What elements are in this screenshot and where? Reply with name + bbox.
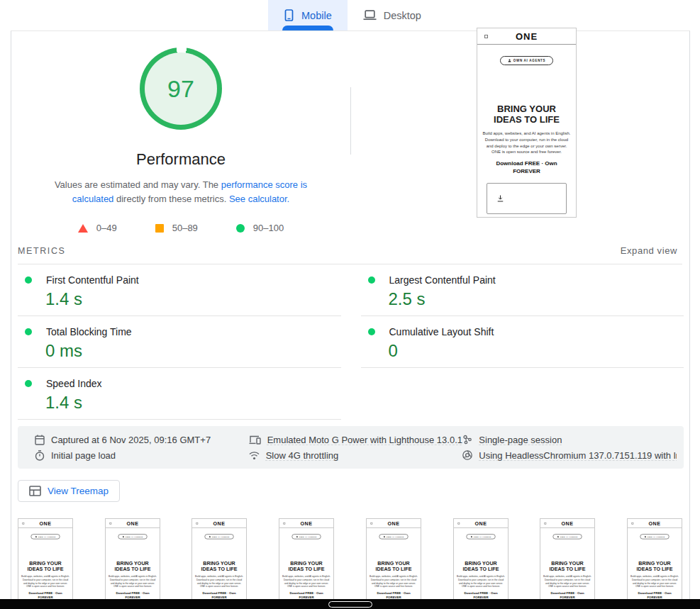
mini-logo: ONE	[213, 520, 226, 526]
filmstrip-thumb[interactable]: ONE OWN AI AGENTS BRING YOUR IDEAS TO LI…	[18, 518, 73, 609]
mini-heading: BRING YOUR IDEAS TO LIFE	[370, 560, 417, 571]
mini-menu-icon	[370, 523, 372, 525]
score-disclaimer: Values are estimated and may vary. The p…	[45, 178, 316, 206]
run-meta-box: Captured at 6 Nov 2025, 09:16 GMT+7 Emul…	[18, 426, 684, 469]
disclaimer-text: Values are estimated and may vary. The	[55, 179, 221, 190]
filmstrip-thumb[interactable]: ONE OWN AI AGENTS BRING YOUR IDEAS TO LI…	[540, 518, 595, 609]
metric-label: Cumulative Layout Shift	[389, 326, 494, 337]
mini-heading: BRING YOUR IDEAS TO LIFE	[283, 560, 330, 571]
mini-heading: BRING YOUR IDEAS TO LIFE	[544, 560, 591, 571]
person-icon	[35, 536, 37, 538]
mini-body-text: Build apps, websites, and AI agents in E…	[108, 575, 157, 588]
meta-browser-text[interactable]: Using HeadlessChromium 137.0.7151.119 wi…	[479, 450, 677, 461]
meta-throttling-text[interactable]: Slow 4G throttling	[266, 450, 339, 461]
performance-card: 97 Performance Values are estimated and …	[11, 30, 690, 609]
mini-heading: BRING YOUR IDEAS TO LIFE	[484, 104, 570, 125]
meta-throttling: Slow 4G throttling	[249, 450, 463, 461]
person-icon	[557, 536, 560, 538]
legend-fail: 0–49	[78, 223, 117, 233]
legend-average-range: 50–89	[172, 223, 198, 233]
tab-mobile-label: Mobile	[301, 10, 332, 21]
expand-view-button[interactable]: Expand view	[621, 245, 677, 256]
mini-pill-button: OWN AI AGENTS	[30, 534, 60, 539]
metrics-section-title: METRICS	[18, 246, 65, 256]
mini-logo: ONE	[562, 520, 574, 526]
mini-pill-button: OWN AI AGENTS	[118, 534, 147, 539]
pass-circle-icon	[236, 224, 245, 233]
mini-heading: BRING YOUR IDEAS TO LIFE	[22, 560, 70, 571]
filmstrip-thumb[interactable]: ONE OWN AI AGENTS BRING YOUR IDEAS TO LI…	[105, 518, 160, 609]
mini-page-header: ONE	[279, 519, 333, 528]
mini-body-text: Build apps, websites, and AI agents in E…	[369, 575, 418, 588]
mini-heading: BRING YOUR IDEAS TO LIFE	[457, 560, 504, 571]
metric-label: First Contentful Paint	[46, 274, 139, 286]
mini-page: ONE OWN AI AGENTS BRING YOUR IDEAS TO LI…	[540, 519, 594, 609]
meta-load-type: Initial page load	[35, 450, 249, 461]
mini-page-header: ONE	[367, 519, 421, 528]
mini-heading: BRING YOUR IDEAS TO LIFE	[631, 560, 679, 571]
legend-average: 50–89	[155, 223, 198, 233]
filmstrip-thumb[interactable]: ONE OWN AI AGENTS BRING YOUR IDEAS TO LI…	[279, 518, 334, 609]
mini-menu-icon	[109, 523, 111, 525]
performance-score: 97	[167, 75, 194, 103]
mini-pill-button: OWN AI AGENTS	[205, 534, 234, 539]
filmstrip-thumb[interactable]: ONE OWN AI AGENTS BRING YOUR IDEAS TO LI…	[366, 518, 421, 609]
mini-pill-label: OWN AI AGENTS	[560, 536, 578, 538]
network-icon	[249, 451, 260, 460]
mini-logo: ONE	[516, 31, 538, 42]
filmstrip-thumb[interactable]: ONE OWN AI AGENTS BRING YOUR IDEAS TO LI…	[191, 518, 247, 609]
device-tabbar: Mobile Desktop	[0, 0, 700, 30]
mini-pill-button: OWN AI AGENTS	[291, 534, 321, 539]
mini-page: ONE OWN AI AGENTS BRING YOUR IDEAS TO LI…	[192, 519, 246, 609]
meta-session-type-text[interactable]: Single-page session	[479, 435, 562, 445]
tab-desktop[interactable]: Desktop	[348, 0, 437, 30]
mini-pill-button: OWN AI AGENTS	[553, 534, 582, 539]
mini-page-header: ONE	[18, 519, 72, 528]
scroll-handle[interactable]	[328, 601, 372, 608]
mini-cta-text: Download FREE · Own FOREVER	[112, 591, 152, 599]
see-calculator-link[interactable]: See calculator.	[229, 194, 289, 204]
tab-mobile[interactable]: Mobile	[268, 0, 348, 30]
legend-pass: 90–100	[236, 223, 284, 233]
metric-label: Total Blocking Time	[46, 326, 132, 337]
mini-page: ONE OWN AI AGENTS BRING YOUR IDEAS TO LI…	[367, 519, 421, 609]
mini-body-text: Build apps, websites, and AI agents in E…	[456, 575, 505, 588]
metric-cumulative-layout-shift: Cumulative Layout Shift 0	[361, 316, 684, 368]
filmstrip: ONE OWN AI AGENTS BRING YOUR IDEAS TO LI…	[18, 518, 682, 609]
mini-cta-text: Download FREE · Own FOREVER	[634, 591, 674, 599]
metric-value: 0 ms	[45, 341, 341, 361]
session-icon	[462, 435, 472, 445]
mini-body-text: Build apps, websites, and AI agents in E…	[630, 575, 679, 588]
disclaimer-text-2: directly from these metrics.	[113, 194, 229, 204]
mini-menu-icon	[545, 523, 547, 525]
filmstrip-thumb[interactable]: ONE OWN AI AGENTS BRING YOUR IDEAS TO LI…	[627, 518, 682, 609]
performance-gauge[interactable]: 97	[140, 48, 222, 130]
final-screenshot: ONE OWN AI AGENTS BRING YOUR IDEAS TO LI…	[477, 28, 577, 218]
mini-menu-icon	[196, 523, 199, 525]
person-icon	[508, 59, 511, 62]
chrome-icon	[462, 450, 472, 460]
mini-pill-button: OWN AI AGENTS	[500, 56, 554, 65]
performance-title: Performance	[136, 150, 226, 169]
phone-icon	[284, 9, 294, 21]
metric-label: Speed Index	[46, 378, 102, 389]
view-treemap-button[interactable]: View Treemap	[18, 480, 120, 502]
filmstrip-thumb[interactable]: ONE OWN AI AGENTS BRING YOUR IDEAS TO LI…	[453, 518, 509, 609]
meta-emulated-device: Emulated Moto G Power with Lighthouse 13…	[249, 435, 463, 445]
metric-label: Largest Contentful Paint	[389, 274, 496, 286]
metric-value: 1.4 s	[45, 289, 341, 309]
meta-emulated-device-text[interactable]: Emulated Moto G Power with Lighthouse 13…	[267, 435, 462, 445]
mini-pill-button: OWN AI AGENTS	[379, 534, 408, 539]
metric-empty-cell	[361, 368, 684, 420]
mini-menu-icon	[631, 523, 633, 525]
active-tab-indicator	[282, 26, 333, 30]
mini-pill-label: OWN AI AGENTS	[125, 536, 143, 538]
mini-heading: BRING YOUR IDEAS TO LIFE	[109, 560, 156, 571]
person-icon	[209, 536, 211, 538]
mini-pill-label: OWN AI AGENTS	[38, 536, 56, 538]
metric-largest-contentful-paint: Largest Contentful Paint 2.5 s	[361, 264, 684, 316]
metric-value: 0	[389, 341, 684, 361]
mini-page-header: ONE	[477, 28, 576, 45]
meta-captured-at-text: Captured at 6 Nov 2025, 09:16 GMT+7	[51, 435, 211, 445]
mini-cta-text: Download FREE · Own FOREVER	[548, 591, 588, 599]
